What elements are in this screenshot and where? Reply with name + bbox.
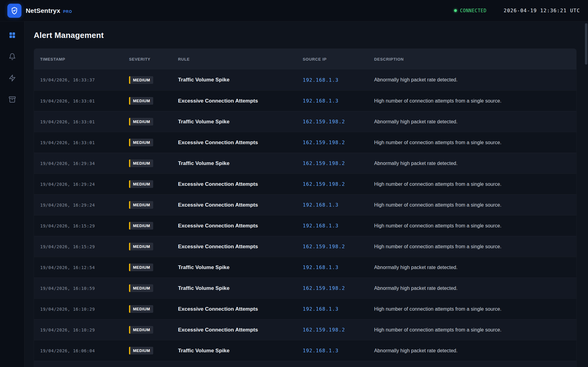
cell-severity: MEDIUM xyxy=(129,159,178,167)
table-row[interactable]: 19/04/2026, 16:29:34MEDIUMTraffic Volume… xyxy=(34,153,576,174)
table-row[interactable]: 19/04/2026, 16:10:29MEDIUMExcessive Conn… xyxy=(34,298,576,319)
cell-rule: Traffic Volume Spike xyxy=(178,264,303,271)
scrollbar[interactable] xyxy=(585,22,587,367)
column-header-rule: RULE xyxy=(178,57,303,62)
connection-status: CONNECTED xyxy=(454,8,487,13)
table-row[interactable]: 19/04/2026, 16:33:37MEDIUMTraffic Volume… xyxy=(34,69,576,90)
cell-description: High number of connection attempts from … xyxy=(374,223,576,229)
table-header-row: TIMESTAMP SEVERITY RULE SOURCE IP DESCRI… xyxy=(34,49,576,69)
table-row[interactable]: 19/04/2026, 16:33:01MEDIUMExcessive Conn… xyxy=(34,90,576,111)
table-row[interactable]: MEDIUM xyxy=(34,361,576,367)
cell-source-ip: 192.168.1.3 xyxy=(303,223,374,229)
severity-badge: MEDIUM xyxy=(129,284,153,292)
table-body: 19/04/2026, 16:33:37MEDIUMTraffic Volume… xyxy=(34,69,576,367)
shield-check-icon xyxy=(10,7,18,15)
table-row[interactable]: 19/04/2026, 16:12:54MEDIUMTraffic Volume… xyxy=(34,257,576,278)
cell-timestamp: 19/04/2026, 16:33:01 xyxy=(40,99,129,103)
cell-severity: MEDIUM xyxy=(129,222,178,230)
severity-badge: MEDIUM xyxy=(129,201,153,209)
cell-rule: Excessive Connection Attempts xyxy=(178,223,303,229)
cell-description: Abnormally high packet rate detected. xyxy=(374,77,576,83)
cell-severity: MEDIUM xyxy=(129,180,178,188)
cell-rule: Excessive Connection Attempts xyxy=(178,140,303,146)
cell-timestamp: 19/04/2026, 16:15:29 xyxy=(40,223,129,228)
column-header-source-ip: SOURCE IP xyxy=(303,57,374,62)
cell-source-ip: 192.168.1.3 xyxy=(303,348,374,354)
severity-badge: MEDIUM xyxy=(129,139,153,146)
cell-rule: Excessive Connection Attempts xyxy=(178,202,303,208)
cell-rule: Excessive Connection Attempts xyxy=(178,244,303,250)
sidebar-item-archive[interactable] xyxy=(6,93,18,106)
column-header-severity: SEVERITY xyxy=(129,57,178,62)
severity-badge: MEDIUM xyxy=(129,159,153,167)
cell-rule: Traffic Volume Spike xyxy=(178,348,303,354)
sidebar xyxy=(0,21,25,367)
cell-timestamp: 19/04/2026, 16:33:01 xyxy=(40,119,129,124)
table-row[interactable]: 19/04/2026, 16:33:01MEDIUMExcessive Conn… xyxy=(34,132,576,153)
cell-description: High number of connection attempts from … xyxy=(374,244,576,249)
cell-severity: MEDIUM xyxy=(129,264,178,271)
column-header-description: DESCRIPTION xyxy=(374,57,576,62)
cell-source-ip: 162.159.198.2 xyxy=(303,244,374,249)
top-header: NetSentryx PRO CONNECTED 2026-04-19 12:3… xyxy=(0,0,588,21)
alerts-table: TIMESTAMP SEVERITY RULE SOURCE IP DESCRI… xyxy=(34,48,577,367)
cell-description: Abnormally high packet rate detected. xyxy=(374,265,576,270)
cell-timestamp: 19/04/2026, 16:29:24 xyxy=(40,182,129,187)
cell-timestamp: 19/04/2026, 16:06:04 xyxy=(40,348,129,353)
cell-rule: Traffic Volume Spike xyxy=(178,160,303,167)
cell-description: High number of connection attempts from … xyxy=(374,140,576,145)
cell-severity: MEDIUM xyxy=(129,305,178,313)
cell-severity: MEDIUM xyxy=(129,284,178,292)
table-row[interactable]: 19/04/2026, 16:06:04MEDIUMTraffic Volume… xyxy=(34,340,576,361)
cell-rule: Traffic Volume Spike xyxy=(178,285,303,291)
cell-source-ip: 192.168.1.3 xyxy=(303,306,374,312)
table-row[interactable]: 19/04/2026, 16:10:59MEDIUMTraffic Volume… xyxy=(34,278,576,298)
app-badge-pro: PRO xyxy=(63,9,72,14)
grid-icon xyxy=(9,32,16,39)
cell-timestamp: 19/04/2026, 16:10:59 xyxy=(40,286,129,291)
connection-status-label: CONNECTED xyxy=(460,8,487,13)
main-content: Alert Management TIMESTAMP SEVERITY RULE… xyxy=(25,21,588,367)
sidebar-item-dashboard[interactable] xyxy=(6,29,18,41)
cell-source-ip: 162.159.198.2 xyxy=(303,140,374,145)
table-row[interactable]: 19/04/2026, 16:33:01MEDIUMTraffic Volume… xyxy=(34,111,576,132)
cell-source-ip: 192.168.1.3 xyxy=(303,98,374,104)
table-row[interactable]: 19/04/2026, 16:10:29MEDIUMExcessive Conn… xyxy=(34,319,576,340)
cell-source-ip: 192.168.1.3 xyxy=(303,264,374,270)
table-row[interactable]: 19/04/2026, 16:29:24MEDIUMExcessive Conn… xyxy=(34,174,576,194)
cell-timestamp: 19/04/2026, 16:15:29 xyxy=(40,244,129,249)
cell-description: Abnormally high packet rate detected. xyxy=(374,286,576,291)
cell-severity: MEDIUM xyxy=(129,347,178,354)
cell-severity: MEDIUM xyxy=(129,201,178,209)
cell-source-ip: 192.168.1.3 xyxy=(303,77,374,83)
cell-severity: MEDIUM xyxy=(129,76,178,84)
brand: NetSentryx PRO xyxy=(7,4,72,18)
utc-clock: 2026-04-19 12:36:21 UTC xyxy=(504,8,580,13)
app-name: NetSentryx xyxy=(26,7,60,14)
app-logo xyxy=(7,4,21,18)
cell-rule: Excessive Connection Attempts xyxy=(178,327,303,333)
severity-badge: MEDIUM xyxy=(129,180,153,188)
severity-badge: MEDIUM xyxy=(129,97,153,105)
scrollbar-thumb[interactable] xyxy=(585,23,587,65)
bell-icon xyxy=(9,53,16,60)
severity-badge: MEDIUM xyxy=(129,118,153,125)
sidebar-item-alerts[interactable] xyxy=(6,51,18,63)
cell-timestamp: 19/04/2026, 16:33:37 xyxy=(40,77,129,82)
cell-source-ip: 162.159.198.2 xyxy=(303,119,374,125)
cell-timestamp: 19/04/2026, 16:29:34 xyxy=(40,161,129,166)
table-row[interactable]: 19/04/2026, 16:15:29MEDIUMExcessive Conn… xyxy=(34,236,576,257)
severity-badge: MEDIUM xyxy=(129,347,153,354)
archive-icon xyxy=(9,96,16,103)
table-row[interactable]: 19/04/2026, 16:29:24MEDIUMExcessive Conn… xyxy=(34,194,576,215)
cell-rule: Traffic Volume Spike xyxy=(178,77,303,83)
cell-source-ip: 162.159.198.2 xyxy=(303,181,374,187)
cell-severity: MEDIUM xyxy=(129,243,178,250)
cell-severity: MEDIUM xyxy=(129,97,178,105)
cell-rule: Excessive Connection Attempts xyxy=(178,306,303,312)
table-row[interactable]: 19/04/2026, 16:15:29MEDIUMExcessive Conn… xyxy=(34,215,576,236)
severity-badge: MEDIUM xyxy=(129,222,153,230)
cell-severity: MEDIUM xyxy=(129,139,178,146)
cell-description: Abnormally high packet rate detected. xyxy=(374,161,576,166)
sidebar-item-activity[interactable] xyxy=(6,72,18,84)
